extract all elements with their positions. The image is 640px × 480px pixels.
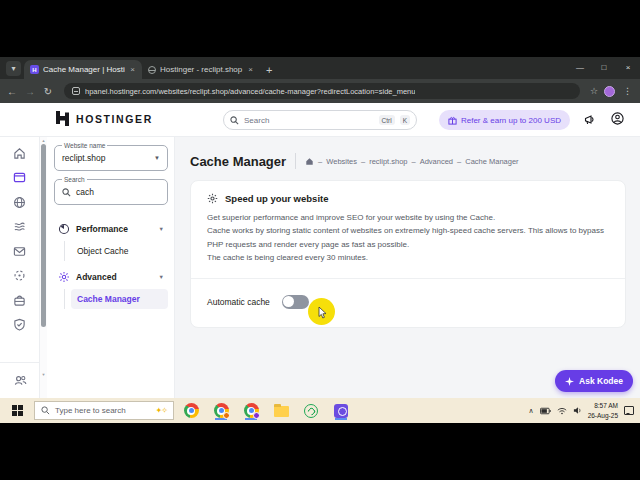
nav-section-label: Advanced <box>76 272 153 282</box>
breadcrumb-item-advanced[interactable]: Advanced <box>420 157 453 166</box>
sidebar-search-input[interactable]: Search cach <box>54 179 168 205</box>
whatsapp-app-icon[interactable] <box>303 401 319 420</box>
browser-tab-bar: ▾ H Cache Manager | Hostinger × Hostinge… <box>0 57 640 79</box>
browser-window: ▾ H Cache Manager | Hostinger × Hostinge… <box>0 57 640 398</box>
tab-search-button[interactable]: ▾ <box>6 61 21 76</box>
search-icon <box>41 406 50 415</box>
hpanel-body: ▲ ▼ Website name reclipt.shop ▼ Search <box>0 137 640 398</box>
ask-kodee-button[interactable]: Ask Kodee <box>555 370 633 392</box>
chrome-app-icon[interactable] <box>183 401 199 420</box>
nav-item-label: Cache Manager <box>77 294 140 304</box>
users-icon[interactable] <box>13 374 27 388</box>
nav-section-advanced[interactable]: Advanced ▼ <box>54 265 168 289</box>
action-center-icon[interactable] <box>624 406 634 415</box>
nav-item-label: Object Cache <box>77 246 129 256</box>
website-select[interactable]: Website name reclipt.shop ▼ <box>54 145 168 171</box>
brand-text: HOSTINGER <box>76 113 153 125</box>
ai-sparkle-icon[interactable] <box>13 269 27 283</box>
websites-icon[interactable] <box>13 171 27 185</box>
minimize-button[interactable]: — <box>568 57 592 79</box>
close-window-button[interactable]: × <box>616 57 640 79</box>
announcements-button[interactable] <box>584 112 596 130</box>
hostinger-favicon-icon: H <box>30 65 39 74</box>
cursor-highlight <box>308 298 335 325</box>
refer-earn-button[interactable]: Refer & earn up to 200 USD <box>439 110 570 130</box>
kbd-ctrl: Ctrl <box>379 115 395 125</box>
refer-earn-label: Refer & earn up to 200 USD <box>461 116 561 125</box>
screen: ▾ H Cache Manager | Hostinger × Hostinge… <box>0 0 640 480</box>
back-icon[interactable]: ← <box>6 86 18 97</box>
phone-link-app-icon[interactable] <box>333 401 349 420</box>
chrome-icon <box>184 403 199 418</box>
browser-toolbar: ← → ↻ hpanel.hostinger.com/websites/recl… <box>0 79 640 103</box>
hostinger-logo[interactable]: HOSTINGER <box>55 111 153 126</box>
taskbar-search[interactable]: Type here to search ✦✧ <box>34 401 174 420</box>
tab-cache-manager[interactable]: H Cache Manager | Hostinger × <box>24 60 142 79</box>
file-explorer-app-icon[interactable] <box>273 401 289 420</box>
tab-close-icon[interactable]: × <box>129 65 136 74</box>
home-icon[interactable] <box>13 146 27 160</box>
mouse-cursor-icon <box>318 307 328 319</box>
tab-close-icon[interactable]: × <box>247 65 254 74</box>
sidebar-search-label: Search <box>62 176 87 183</box>
flows-icon[interactable] <box>13 220 27 234</box>
scrollbar-thumb[interactable] <box>41 144 46 327</box>
browser-menu-icon[interactable]: ⋮ <box>621 86 634 96</box>
wifi-icon[interactable] <box>557 407 567 415</box>
scroll-up-icon[interactable]: ▲ <box>42 138 46 143</box>
chrome-profile2-app-icon[interactable] <box>243 401 259 420</box>
bookmark-star-icon[interactable]: ☆ <box>590 86 598 96</box>
sidebar-search-value: cach <box>76 187 160 197</box>
nav-section-label: Performance <box>76 224 153 234</box>
windows-logo-icon <box>12 405 23 416</box>
maximize-button[interactable]: □ <box>592 57 616 79</box>
page-title: Cache Manager <box>190 154 286 169</box>
emails-icon[interactable] <box>13 244 27 258</box>
security-shield-icon[interactable] <box>13 318 27 332</box>
new-tab-button[interactable]: + <box>266 64 272 76</box>
taskbar: Type here to search ✦✧ ∧ <box>0 398 640 423</box>
nav-item-cache-manager[interactable]: Cache Manager <box>71 289 168 309</box>
site-info-icon[interactable] <box>72 87 80 95</box>
hostinger-logo-icon <box>55 111 70 126</box>
address-bar[interactable]: hpanel.hostinger.com/websites/reclipt.sh… <box>64 83 580 99</box>
taskbar-clock[interactable]: 8:57 AM 26-Aug-25 <box>588 401 618 420</box>
breadcrumb-item-site[interactable]: reclipt.shop <box>369 157 407 166</box>
start-button[interactable] <box>0 405 34 416</box>
speed-gear-icon <box>207 193 218 204</box>
search-icon <box>230 116 239 125</box>
battery-icon[interactable] <box>540 407 551 415</box>
search-highlights-sparkle-icon[interactable]: ✦✧ <box>156 406 167 415</box>
account-button[interactable] <box>611 111 624 129</box>
chrome-profile1-app-icon[interactable] <box>213 401 229 420</box>
breadcrumb-item-websites[interactable]: Websites <box>326 157 357 166</box>
store-bag-icon[interactable] <box>13 293 27 307</box>
rail-bottom <box>0 362 40 398</box>
tab-wordpress[interactable]: Hostinger - reclipt.shop — Wor × <box>142 60 260 79</box>
volume-icon[interactable] <box>573 406 582 415</box>
profile-badge <box>253 412 260 419</box>
reload-icon[interactable]: ↻ <box>42 86 54 97</box>
account-icon <box>611 112 624 125</box>
sidebar-scrollbar[interactable]: ▲ ▼ <box>40 137 47 398</box>
automatic-cache-label: Automatic cache <box>207 297 270 307</box>
global-search[interactable]: Search Ctrl K <box>223 110 417 130</box>
taskbar-search-placeholder: Type here to search <box>55 406 151 415</box>
browser-profile-avatar[interactable] <box>604 86 615 97</box>
card-heading: Speed up your website <box>225 193 328 204</box>
nav-item-object-cache[interactable]: Object Cache <box>71 241 168 261</box>
breadcrumb-home-icon[interactable] <box>305 157 314 166</box>
breadcrumb: – Websites – reclipt.shop – Advanced – C… <box>305 157 519 166</box>
scroll-down-icon[interactable]: ▼ <box>42 372 46 377</box>
tray-chevron-icon[interactable]: ∧ <box>529 407 534 415</box>
advanced-gear-icon <box>58 271 70 283</box>
nav-section-performance[interactable]: Performance ▼ <box>54 217 168 241</box>
domains-globe-icon[interactable] <box>13 195 27 209</box>
automatic-cache-toggle[interactable] <box>282 295 309 309</box>
system-tray: ∧ 8:57 AM 26-Aug-25 <box>529 401 640 420</box>
breadcrumb-sep: – <box>412 157 416 166</box>
card-paragraph: Cache works by storing static content of… <box>207 224 609 251</box>
toggle-knob <box>283 296 294 307</box>
forward-icon[interactable]: → <box>24 86 36 97</box>
chevron-down-icon: ▼ <box>159 226 164 232</box>
